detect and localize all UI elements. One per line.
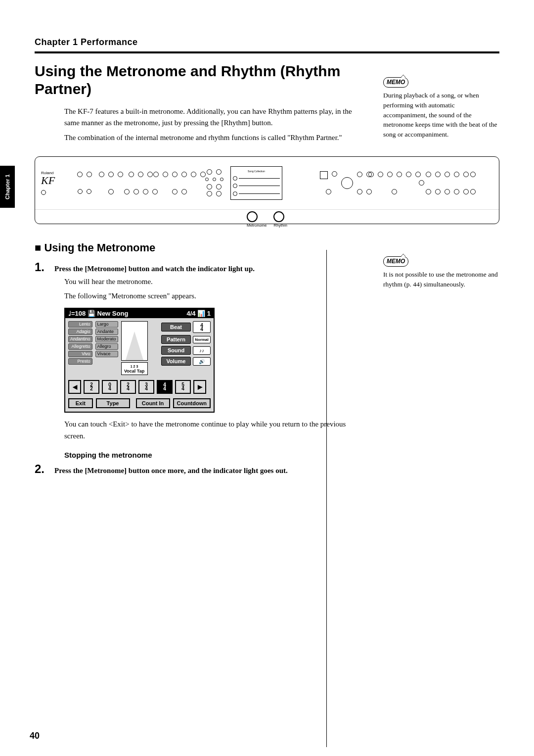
ts-prev-icon: ◀: [68, 380, 81, 394]
tempo-tag: Andante: [95, 329, 118, 335]
time-sig-option: 22: [84, 380, 99, 394]
pendulum-icon: [121, 321, 148, 361]
screen-button-countin: Count In: [136, 398, 170, 408]
dial-icon: [341, 177, 353, 189]
page-number: 40: [30, 731, 40, 741]
tempo-tag: Presto: [68, 358, 92, 365]
time-sig-option: 24: [120, 380, 136, 394]
tempo-tag: Vivace: [95, 351, 118, 357]
memo-badge-1: MEMO: [383, 77, 408, 88]
time-sig-option: 54: [175, 380, 191, 394]
step-1-text: Press the [Metronome] button and watch t…: [54, 264, 255, 274]
pattern-label: Pattern: [161, 335, 191, 344]
memo-text-1: During playback of a song, or when perfo…: [383, 91, 499, 139]
screen-bar-right: 4/4 📊 1: [186, 310, 211, 317]
keyboard-panel-illustration: Roland KF: [35, 156, 499, 224]
step-1-note-b: The following "Metronome screen" appears…: [64, 290, 368, 302]
page-title: Using the Metronome and Rhythm (Rhythm P…: [35, 62, 368, 98]
volume-label: Volume: [161, 357, 191, 366]
tempo-tag: Adagio: [68, 329, 92, 335]
rhythm-button-icon: [273, 211, 284, 222]
screen-button-countdown: Countdown: [173, 398, 211, 408]
time-sig-option-selected: 44: [157, 380, 173, 394]
screen-bar-left: ♩=108 💾 New Song: [68, 310, 128, 317]
tempo-tag: Allegretto: [68, 343, 92, 350]
pattern-value: Normal: [193, 336, 211, 343]
step-number-1: 1.: [35, 260, 54, 274]
header-rule: [35, 51, 499, 53]
section-heading-metronome: ■ Using the Metronome: [35, 241, 368, 254]
ts-next-icon: ▶: [193, 380, 206, 394]
tempo-tag: Allegro: [95, 343, 118, 350]
chapter-header: Chapter 1 Performance: [35, 37, 499, 47]
vocal-tap-box: 1 2 3Vocal Tap: [121, 362, 148, 375]
memo-badge-2: MEMO: [383, 256, 408, 267]
rhythm-knob-label: Rhythm: [273, 223, 287, 228]
screen-button-exit: Exit: [68, 398, 93, 408]
model-logo: KF: [41, 174, 55, 187]
step-1-note-a: You will hear the metronome.: [64, 276, 368, 287]
exit-note: You can touch <Exit> to have the metrono…: [64, 419, 368, 442]
metronome-knob-label: Metronome: [247, 223, 267, 228]
volume-value-icon: 🔊: [193, 357, 211, 366]
tempo-tag: Largo: [95, 321, 118, 328]
time-sig-option: 34: [138, 380, 154, 394]
tempo-tag: Moderato: [95, 336, 118, 342]
time-sig-option: 04: [102, 380, 118, 394]
tempo-tag: Lento: [68, 321, 92, 328]
step-number-2: 2.: [35, 462, 54, 476]
sound-label: Sound: [161, 346, 191, 355]
sub-heading-stopping: Stopping the metronome: [64, 451, 368, 459]
lcd-screen: Song Collection: [230, 166, 282, 200]
memo-text-2: It is not possible to use the metronome …: [383, 270, 499, 289]
metronome-button-icon: [247, 211, 258, 222]
beat-label: Beat: [161, 323, 191, 331]
tempo-tag: Andantino: [68, 336, 92, 342]
screen-button-type: Type: [96, 398, 130, 408]
tempo-tag: Vivo: [68, 351, 92, 357]
metronome-screen: ♩=108 💾 New Song 4/4 📊 1 Lento Adagio An…: [64, 308, 215, 413]
sound-value-icon: ♪♪: [193, 346, 211, 355]
intro-paragraph-2: The combination of the internal metronom…: [64, 132, 368, 143]
intro-paragraph-1: The KF-7 features a built-in metronome. …: [64, 106, 368, 129]
step-2-text: Press the [Metronome] button once more, …: [54, 466, 288, 476]
vertical-divider: [326, 250, 327, 747]
beat-value: 44: [193, 321, 211, 333]
